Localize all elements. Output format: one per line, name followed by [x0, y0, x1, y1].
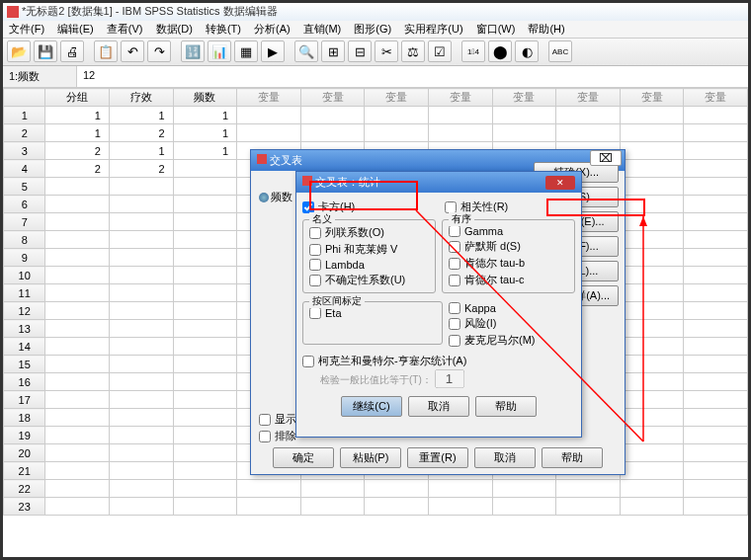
kappa-checkbox[interactable] — [449, 302, 460, 314]
grid-cell[interactable] — [620, 124, 684, 142]
grid-cell[interactable] — [173, 444, 237, 462]
grid-cell[interactable] — [173, 284, 237, 302]
grid-cell[interactable] — [109, 213, 173, 231]
grid-cell[interactable] — [173, 480, 237, 498]
goto-icon[interactable]: 🔢 — [181, 40, 205, 62]
grid-cell[interactable] — [620, 373, 684, 391]
grid-cell[interactable] — [620, 356, 684, 373]
grid-cell[interactable] — [45, 302, 110, 320]
grid-cell[interactable] — [109, 302, 173, 320]
cell-value[interactable]: 12 — [77, 66, 748, 87]
kendall-b-checkbox[interactable] — [449, 258, 460, 270]
grid-cell[interactable]: 2 — [109, 160, 173, 178]
grid-cell[interactable] — [237, 480, 301, 498]
select-icon[interactable]: ☑ — [428, 40, 452, 62]
grid-cell[interactable] — [620, 267, 684, 284]
grid-cell[interactable] — [45, 409, 110, 427]
grid-cell[interactable] — [556, 498, 621, 516]
row-header[interactable]: 12 — [4, 302, 45, 320]
column-header[interactable]: 变量 — [300, 89, 365, 107]
grid-cell[interactable] — [684, 213, 748, 231]
row-header[interactable]: 23 — [4, 498, 45, 516]
column-header[interactable]: 变量 — [237, 89, 301, 107]
column-header[interactable]: 分组 — [45, 89, 110, 107]
row-header[interactable]: 9 — [4, 249, 45, 267]
grid-cell[interactable] — [237, 107, 301, 124]
grid-cell[interactable] — [300, 124, 365, 142]
grid-cell[interactable] — [684, 338, 748, 356]
grid-cell[interactable] — [620, 302, 684, 320]
menu-file[interactable]: 文件(F) — [9, 23, 44, 35]
grid-cell[interactable] — [684, 391, 748, 409]
grid-cell[interactable] — [173, 302, 237, 320]
continue-button[interactable]: 继续(C) — [341, 396, 402, 417]
grid-cell[interactable] — [300, 480, 365, 498]
row-header[interactable]: 8 — [4, 231, 45, 249]
grid-cell[interactable] — [556, 107, 621, 124]
contingency-checkbox[interactable] — [309, 227, 321, 239]
grid-cell[interactable] — [620, 178, 684, 196]
grid-cell[interactable] — [684, 302, 748, 320]
grid-cell[interactable] — [620, 338, 684, 356]
grid-cell[interactable] — [45, 462, 110, 480]
grid-cell[interactable] — [109, 391, 173, 409]
spellcheck-icon[interactable]: ABC — [548, 40, 572, 62]
recall-icon[interactable]: 📋 — [94, 40, 118, 62]
grid-cell[interactable] — [45, 444, 110, 462]
grid-cell[interactable] — [45, 178, 110, 196]
var-list-item[interactable]: 频数 — [271, 191, 292, 202]
grid-cell[interactable] — [684, 196, 748, 213]
grid-cell[interactable]: 1 — [109, 142, 173, 160]
kendall-c-checkbox[interactable] — [449, 275, 460, 286]
grid-cell[interactable] — [109, 320, 173, 338]
somers-checkbox[interactable] — [449, 241, 460, 253]
grid-cell[interactable] — [45, 391, 110, 409]
grid-cell[interactable] — [109, 480, 173, 498]
grid-cell[interactable] — [684, 160, 748, 178]
grid-cell[interactable] — [109, 444, 173, 462]
menu-direct[interactable]: 直销(M) — [303, 23, 342, 35]
row-header[interactable]: 16 — [4, 373, 45, 391]
value-labels-icon[interactable]: 1⃣4 — [461, 40, 485, 62]
row-header[interactable]: 20 — [4, 444, 45, 462]
grid-cell[interactable] — [365, 107, 429, 124]
grid-cell[interactable] — [620, 284, 684, 302]
grid-cell[interactable]: 1 — [45, 124, 110, 142]
grid-cell[interactable] — [365, 480, 429, 498]
cancel-button[interactable]: 取消 — [474, 447, 536, 468]
run-icon[interactable]: ▶ — [261, 40, 285, 62]
ok-button[interactable]: 确定 — [273, 447, 334, 468]
row-header[interactable]: 21 — [4, 462, 45, 480]
grid-cell[interactable] — [237, 498, 301, 516]
weight-icon[interactable]: ⚖ — [401, 40, 425, 62]
menu-analyze[interactable]: 分析(A) — [254, 23, 291, 35]
redo-icon[interactable]: ↷ — [147, 40, 171, 62]
column-header[interactable]: 变量 — [620, 89, 684, 107]
grid-cell[interactable] — [684, 178, 748, 196]
eta-checkbox[interactable] — [309, 307, 321, 319]
grid-cell[interactable] — [620, 160, 684, 178]
correlations-checkbox[interactable] — [445, 201, 457, 213]
grid-cell[interactable] — [620, 320, 684, 338]
grid-cell[interactable] — [684, 462, 748, 480]
grid-cell[interactable] — [684, 498, 748, 516]
grid-cell[interactable] — [684, 107, 748, 124]
grid-cell[interactable] — [45, 231, 110, 249]
grid-cell[interactable] — [109, 462, 173, 480]
row-header[interactable]: 18 — [4, 409, 45, 427]
grid-cell[interactable] — [173, 373, 237, 391]
grid-cell[interactable] — [109, 178, 173, 196]
grid-cell[interactable] — [556, 480, 621, 498]
menu-edit[interactable]: 编辑(E) — [57, 23, 94, 35]
grid-cell[interactable] — [173, 427, 237, 444]
grid-cell[interactable]: 1 — [173, 142, 237, 160]
grid-cell[interactable] — [173, 231, 237, 249]
row-header[interactable]: 13 — [4, 320, 45, 338]
grid-cell[interactable] — [428, 124, 492, 142]
grid-cell[interactable] — [684, 249, 748, 267]
grid-cell[interactable] — [173, 409, 237, 427]
paste-button[interactable]: 粘贴(P) — [340, 447, 401, 468]
grid-cell[interactable] — [109, 249, 173, 267]
grid-cell[interactable] — [492, 124, 556, 142]
menu-graphs[interactable]: 图形(G) — [354, 23, 391, 35]
